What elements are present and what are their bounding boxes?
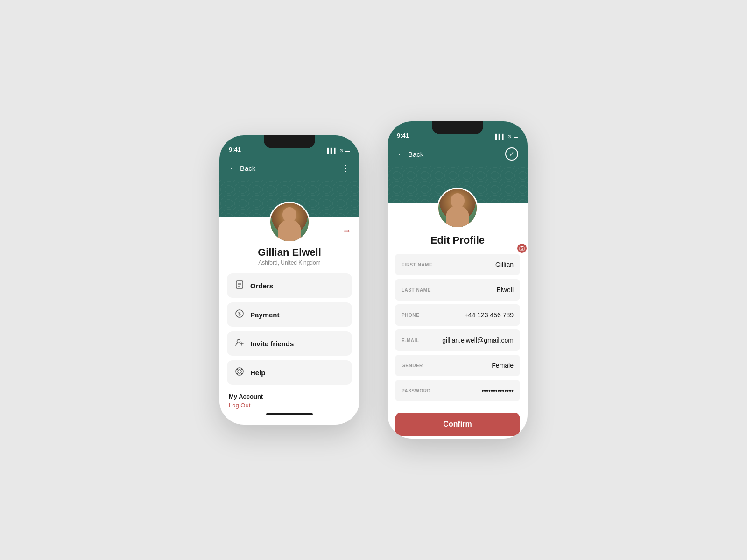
gender-label: GENDER	[402, 363, 423, 368]
field-phone[interactable]: PHONE +44 123 456 789	[395, 304, 520, 326]
phone-right: 9:41 ▌▌▌ ⊙ ▬ ← Back ✓ Edit Profile	[388, 121, 528, 439]
user-location: Ashford, United Kingdom	[258, 259, 320, 266]
avatar-wrap-left: ✏ Gillian Elwell Ashford, United Kingdom	[219, 217, 359, 273]
menu-item-help[interactable]: Help	[227, 360, 352, 385]
phone-value: +44 123 456 789	[465, 311, 514, 319]
avatar-left	[269, 202, 310, 243]
back-label-right: Back	[408, 150, 423, 158]
phone-left: 9:41 ▌▌▌ ⊙ ▬ ← Back ⋮ ✏ Gillian Elwell A…	[219, 135, 359, 425]
menu-item-payment[interactable]: $ Payment	[227, 302, 352, 327]
orders-icon	[234, 280, 245, 292]
invite-icon	[234, 338, 245, 350]
avatar-right	[437, 188, 478, 229]
edit-profile-icon[interactable]: ✏	[344, 227, 350, 236]
home-bar-left	[266, 413, 313, 415]
back-arrow-left: ←	[229, 163, 237, 173]
password-value: ••••••••••••••	[481, 387, 514, 394]
help-icon	[234, 367, 245, 378]
field-email[interactable]: E-MAIL gillian.elwell@gmail.com	[395, 329, 520, 351]
edit-profile-form: FIRST NAME Gillian LAST NAME Elwell PHON…	[388, 254, 528, 405]
confirm-button[interactable]: Confirm	[395, 413, 520, 436]
email-label: E-MAIL	[402, 338, 419, 343]
svg-rect-17	[521, 246, 523, 247]
back-label-left: Back	[240, 164, 255, 172]
avatar-wrap-right: Edit Profile	[388, 203, 528, 254]
field-last-name[interactable]: LAST NAME Elwell	[395, 279, 520, 301]
menu-list: Orders $ Payment Invite friends	[219, 273, 359, 385]
payment-label: Payment	[250, 311, 280, 319]
edit-profile-title: Edit Profile	[430, 234, 485, 246]
avatar-photo-left	[270, 202, 309, 243]
help-label: Help	[250, 369, 266, 377]
menu-item-invite[interactable]: Invite friends	[227, 331, 352, 356]
svg-point-9	[236, 368, 243, 375]
account-section: My Account Log Out	[219, 385, 359, 409]
menu-item-orders[interactable]: Orders	[227, 273, 352, 298]
field-first-name[interactable]: FIRST NAME Gillian	[395, 254, 520, 275]
svg-text:$: $	[238, 311, 241, 316]
last-name-value: Elwell	[496, 286, 514, 294]
first-name-value: Gillian	[495, 261, 514, 268]
check-icon[interactable]: ✓	[505, 147, 518, 161]
payment-icon: $	[234, 309, 245, 321]
user-name: Gillian Elwell	[258, 246, 321, 259]
email-value: gillian.elwell@gmail.com	[442, 336, 514, 344]
back-button-left[interactable]: ← Back	[229, 163, 255, 173]
gender-value: Female	[492, 362, 514, 369]
header-bar-left: ← Back ⋮	[219, 156, 359, 180]
invite-label: Invite friends	[250, 340, 294, 348]
account-title: My Account	[229, 393, 350, 400]
menu-dots-left[interactable]: ⋮	[341, 162, 350, 174]
back-button-right[interactable]: ← Back	[397, 149, 423, 159]
header-bar-right: ← Back ✓	[388, 142, 528, 166]
notch-left	[264, 135, 315, 148]
time-left: 9:41	[229, 146, 241, 153]
status-icons-left: ▌▌▌ ⊙ ▬	[327, 148, 350, 153]
password-label: PASSWORD	[402, 388, 430, 393]
battery-icon: ▬	[345, 148, 350, 153]
wifi-icon-right: ⊙	[507, 134, 511, 139]
home-indicator-left	[219, 409, 359, 418]
svg-rect-15	[520, 247, 524, 251]
notch-right	[432, 121, 483, 134]
first-name-label: FIRST NAME	[402, 262, 432, 267]
signal-icon: ▌▌▌	[327, 148, 337, 153]
signal-icon-right: ▌▌▌	[495, 134, 505, 139]
svg-point-16	[521, 248, 523, 250]
last-name-label: LAST NAME	[402, 287, 431, 293]
wifi-icon: ⊙	[339, 148, 343, 153]
phone-label: PHONE	[402, 313, 419, 318]
field-gender[interactable]: GENDER Female	[395, 355, 520, 376]
battery-icon-right: ▬	[514, 134, 518, 139]
orders-label: Orders	[250, 282, 273, 290]
camera-badge[interactable]	[516, 243, 528, 254]
logout-link[interactable]: Log Out	[229, 402, 350, 409]
avatar-photo-right	[438, 188, 477, 229]
back-arrow-right: ←	[397, 149, 405, 159]
status-icons-right: ▌▌▌ ⊙ ▬	[495, 134, 518, 139]
time-right: 9:41	[397, 132, 409, 139]
field-password[interactable]: PASSWORD ••••••••••••••	[395, 380, 520, 401]
svg-point-6	[237, 339, 240, 343]
